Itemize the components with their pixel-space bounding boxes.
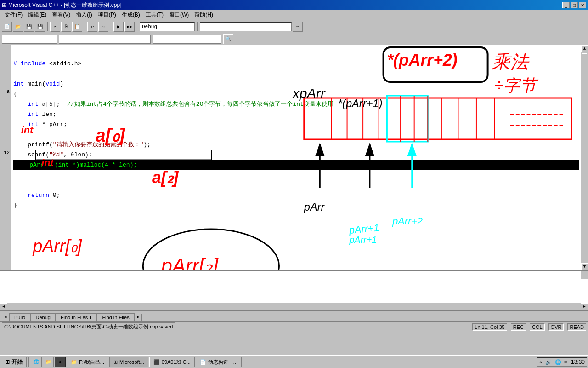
menu-file[interactable]: 文件(F) xyxy=(2,10,25,20)
menu-help[interactable]: 帮助(H) xyxy=(192,10,216,20)
menu-window[interactable]: 窗口(W) xyxy=(166,10,192,20)
explorer-label: F:\我自己... xyxy=(79,359,104,366)
status-read: READ xyxy=(567,323,586,331)
scroll-left-btn[interactable]: ◄ xyxy=(0,303,7,310)
explorer-icon: 📁 xyxy=(71,359,77,365)
ln8 xyxy=(0,120,11,130)
toolbar2: 🔍 xyxy=(0,33,588,45)
code-content: # include <stdio.h> int main(void) { int… xyxy=(11,45,581,214)
doc-label: 动态构造一... xyxy=(208,359,237,366)
taskbar-cmd[interactable]: ⬛ 09A01班 C... xyxy=(149,357,195,367)
paste-btn[interactable]: 📋 xyxy=(72,22,82,32)
file-dropdown[interactable] xyxy=(200,22,292,31)
output-panel xyxy=(0,270,588,303)
redo-btn[interactable]: ↪ xyxy=(98,22,108,32)
scope-dropdown[interactable] xyxy=(2,34,57,44)
line-number-gutter: 6 12 xyxy=(0,45,11,270)
undo-btn[interactable]: ↩ xyxy=(87,22,97,32)
taskbar-doc[interactable]: 📄 动态构造一... xyxy=(196,357,242,367)
status-ovr: OVR xyxy=(548,323,564,331)
ln4 xyxy=(0,79,11,89)
menu-bar: 文件(F) 编辑(E) 查看(V) 插入(I) 项目(P) 生成(B) 工具(T… xyxy=(0,10,588,20)
quicklaunch-folder[interactable]: 📁 xyxy=(43,357,54,367)
status-path: C:\DOCUMENTS AND SETTINGS\HB\桌面\C\动态一维数组… xyxy=(2,322,175,331)
svg-text:pArr[₀]: pArr[₀] xyxy=(32,236,82,256)
ln13 xyxy=(0,170,11,180)
tab-scroll-left[interactable]: ◄ xyxy=(2,314,9,321)
scroll-right-btn[interactable]: ► xyxy=(581,303,588,310)
symbol-dropdown[interactable] xyxy=(59,34,151,44)
scroll-up-btn[interactable]: ▲ xyxy=(581,45,588,52)
taskbar: ⊞ 开始 🌐 📁 ● 📁 F:\我自己... ⊞ Microsoft... ⬛ … xyxy=(0,355,588,368)
menu-view[interactable]: 查看(V) xyxy=(49,10,73,20)
panel-scrollbar xyxy=(581,271,588,279)
minimize-button[interactable]: _ xyxy=(562,2,570,8)
clock: 13:30 xyxy=(571,359,585,365)
config-dropdown[interactable]: Debug xyxy=(140,22,195,31)
cut-btn[interactable]: ✂ xyxy=(50,22,60,32)
taskbar-explorer[interactable]: 📁 F:\我自己... xyxy=(67,357,108,367)
open-btn[interactable]: 📂 xyxy=(13,22,23,32)
taskbar-vc[interactable]: ⊞ Microsoft... xyxy=(109,357,148,367)
quicklaunch-ie[interactable]: 🌐 xyxy=(31,357,42,367)
menu-project[interactable]: 项目(P) xyxy=(95,10,119,20)
copy-btn[interactable]: ⎘ xyxy=(61,22,71,32)
taskbar-sep xyxy=(28,357,29,367)
menu-insert[interactable]: 插入(I) xyxy=(73,10,95,20)
maximize-button[interactable]: □ xyxy=(571,2,578,8)
ln12 xyxy=(0,160,11,170)
quicklaunch-media[interactable]: ● xyxy=(55,357,66,367)
sep3 xyxy=(111,22,111,31)
ln10 xyxy=(0,140,11,150)
svg-text:pArr[₂]: pArr[₂] xyxy=(160,254,219,270)
sep5 xyxy=(197,22,198,31)
tab-find1[interactable]: Find in Files 1 xyxy=(56,313,97,321)
search-dropdown[interactable] xyxy=(153,34,221,44)
sep4 xyxy=(137,22,137,31)
go-btn[interactable]: → xyxy=(293,22,303,32)
ln2 xyxy=(0,59,11,69)
doc-icon: 📄 xyxy=(200,359,206,365)
title-controls: _ □ ✕ xyxy=(562,2,586,8)
start-button[interactable]: ⊞ 开始 xyxy=(1,357,27,367)
menu-edit[interactable]: 编辑(E) xyxy=(25,10,49,20)
window-title: Microsoft Visual C++ - [动态一维数组示例.cpp] xyxy=(8,1,122,9)
tab-debug[interactable]: Debug xyxy=(30,313,55,321)
tab-build[interactable]: Build xyxy=(9,313,30,321)
tab-find[interactable]: Find in Files xyxy=(97,313,134,321)
tab-bar: ◄ Build Debug Find in Files 1 Find in Fi… xyxy=(0,310,588,321)
ln5: 6 xyxy=(0,89,11,99)
tab-scroll-right[interactable]: ► xyxy=(135,314,142,321)
status-rec: REC xyxy=(511,323,526,331)
ln3 xyxy=(0,69,11,79)
main-window: ⊞ Microsoft Visual C++ - [动态一维数组示例.cpp] … xyxy=(0,0,588,355)
system-tray: « 🔊 🌐 ⌨ 13:30 xyxy=(537,357,587,367)
save-btn[interactable]: 💾 xyxy=(24,22,34,32)
ln11: 12 xyxy=(0,150,11,160)
status-position: Ln 11, Col 35 xyxy=(472,323,507,331)
build-btn[interactable]: ▶ xyxy=(113,22,124,32)
find-btn[interactable]: 🔍 xyxy=(223,34,233,44)
ln7 xyxy=(0,109,11,120)
svg-text:pArr+2: pArr+2 xyxy=(392,215,423,227)
status-bar: C:\DOCUMENTS AND SETTINGS\HB\桌面\C\动态一维数组… xyxy=(0,321,588,332)
menu-tools[interactable]: 工具(T) xyxy=(143,10,166,20)
ln6 xyxy=(0,99,11,109)
tray-icons: « 🔊 🌐 ⌨ xyxy=(539,359,567,365)
run-btn[interactable]: ▶▶ xyxy=(124,22,135,32)
app-icon: ⊞ xyxy=(2,2,6,8)
sep2 xyxy=(85,22,85,31)
scroll-down-btn[interactable]: ▼ xyxy=(581,263,588,270)
vertical-scrollbar[interactable]: ▲ ▼ xyxy=(581,45,588,270)
close-button[interactable]: ✕ xyxy=(579,2,586,8)
code-editor[interactable]: # include <stdio.h> int main(void) { int… xyxy=(11,45,581,270)
horizontal-scrollbar[interactable]: ◄ ► xyxy=(0,303,588,310)
menu-build[interactable]: 生成(B) xyxy=(119,10,143,20)
ln9 xyxy=(0,130,11,140)
editor-area: 6 12 # include <stdio.h> int main(void) … xyxy=(0,45,588,270)
new-btn[interactable]: 📄 xyxy=(2,22,12,32)
save-all-btn[interactable]: 💾 xyxy=(35,22,45,32)
cmd-icon: ⬛ xyxy=(153,359,160,365)
scroll-thumb[interactable] xyxy=(582,53,587,76)
svg-text:pArr+1: pArr+1 xyxy=(349,235,377,245)
